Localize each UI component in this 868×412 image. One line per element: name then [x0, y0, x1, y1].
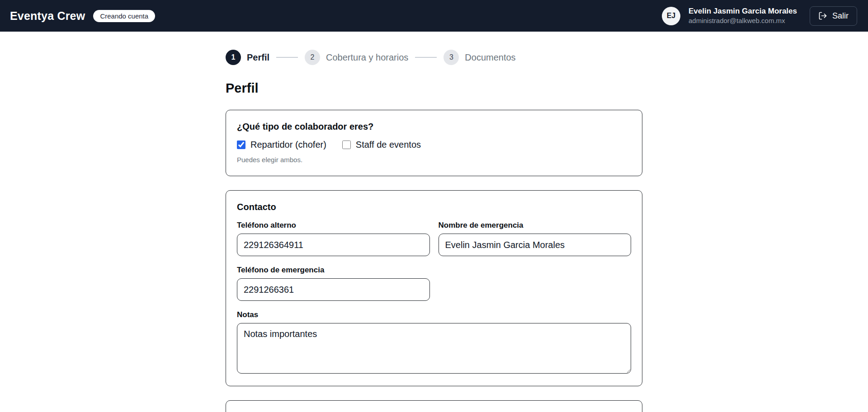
notes-label: Notas: [237, 310, 631, 319]
emergency-phone-label: Teléfono de emergencia: [237, 266, 430, 275]
top-bar: Eventya Crew Creando cuenta EJ Evelin Ja…: [0, 0, 868, 32]
logout-button[interactable]: Salir: [810, 6, 857, 26]
user-meta: Evelin Jasmin Garcia Morales administrad…: [689, 6, 797, 25]
step-perfil[interactable]: 1 Perfil: [226, 50, 269, 65]
alt-phone-label: Teléfono alterno: [237, 221, 430, 230]
emergency-name-label: Nombre de emergencia: [439, 221, 632, 230]
checkbox-label: Staff de eventos: [356, 140, 421, 150]
field-emergency-phone: Teléfono de emergencia: [237, 266, 430, 301]
step-documentos[interactable]: 3 Documentos: [443, 50, 515, 65]
bank-data-card: Datos bancarios: [226, 400, 642, 412]
contact-card-title: Contacto: [237, 202, 631, 212]
repartidor-checkbox[interactable]: [237, 140, 245, 149]
step-label: Perfil: [247, 52, 269, 63]
field-notes: Notas Notas importantes: [237, 310, 631, 374]
collaborator-helper-text: Puedes elegir ambos.: [237, 156, 631, 164]
collaborator-type-card: ¿Qué tipo de colaborador eres? Repartido…: [226, 110, 642, 176]
step-label: Documentos: [465, 52, 515, 63]
staff-checkbox[interactable]: [342, 140, 351, 149]
checkbox-staff[interactable]: Staff de eventos: [342, 140, 421, 150]
page-title: Perfil: [226, 81, 642, 96]
collaborator-options: Repartidor (chofer) Staff de eventos: [237, 140, 631, 150]
status-badge: Creando cuenta: [93, 10, 155, 22]
main-content: 1 Perfil 2 Cobertura y horarios 3 Docume…: [226, 32, 642, 412]
logout-icon: [818, 11, 827, 20]
field-emergency-name: Nombre de emergencia: [439, 221, 632, 256]
contact-card: Contacto Teléfono alterno Nombre de emer…: [226, 190, 642, 386]
emergency-name-input[interactable]: [439, 234, 632, 256]
step-connector: [415, 57, 437, 58]
emergency-phone-input[interactable]: [237, 278, 430, 301]
user-name: Evelin Jasmin Garcia Morales: [689, 6, 797, 16]
notes-textarea[interactable]: Notas importantes: [237, 323, 631, 374]
checkbox-repartidor[interactable]: Repartidor (chofer): [237, 140, 326, 150]
step-cobertura[interactable]: 2 Cobertura y horarios: [305, 50, 408, 65]
logout-label: Salir: [832, 11, 849, 21]
checkbox-label: Repartidor (chofer): [250, 140, 326, 150]
avatar: EJ: [662, 7, 680, 25]
field-empty-spacer: [439, 266, 632, 301]
alt-phone-input[interactable]: [237, 234, 430, 256]
field-alt-phone: Teléfono alterno: [237, 221, 430, 256]
step-label: Cobertura y horarios: [326, 52, 408, 63]
wizard-stepper: 1 Perfil 2 Cobertura y horarios 3 Docume…: [226, 50, 642, 65]
step-number: 1: [226, 50, 241, 65]
app-title: Eventya Crew: [10, 9, 85, 23]
step-number: 3: [443, 50, 459, 65]
user-email: administrador@talkweb.com.mx: [689, 16, 797, 25]
collaborator-card-title: ¿Qué tipo de colaborador eres?: [237, 122, 631, 132]
contact-form: Teléfono alterno Nombre de emergencia Te…: [237, 221, 631, 374]
step-number: 2: [305, 50, 320, 65]
step-connector: [276, 57, 298, 58]
